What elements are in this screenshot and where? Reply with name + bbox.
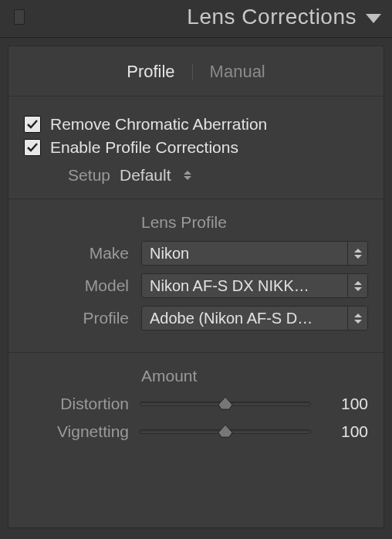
dropdown-profile[interactable]: Adobe (Nikon AF-S D… [141, 306, 368, 331]
dropdown-make[interactable]: Nikon [141, 241, 368, 266]
section-amount: Amount Distortion 100 Vignetting 100 [8, 353, 384, 527]
label-vignetting: Vignetting [24, 422, 129, 441]
row-vignetting: Vignetting 100 [24, 422, 368, 441]
dropdown-profile-value: Adobe (Nikon AF-S D… [150, 310, 360, 327]
tab-separator [192, 64, 193, 80]
setup-value[interactable]: Default [120, 166, 171, 185]
tabs: Profile Manual [8, 46, 384, 97]
heading-lens-profile: Lens Profile [141, 213, 368, 232]
check-icon [26, 118, 39, 131]
panel-toggle-swatch[interactable] [14, 9, 25, 25]
section-lens-profile: Lens Profile Make Nikon Model Nikon AF-S… [8, 199, 384, 353]
stepper-icon [347, 242, 367, 265]
row-enable-profile: Enable Profile Corrections [24, 138, 368, 157]
value-vignetting[interactable]: 100 [322, 422, 368, 441]
slider-thumb-icon [218, 396, 233, 410]
label-distortion: Distortion [24, 395, 129, 413]
row-make: Make Nikon [24, 241, 368, 266]
dropdown-make-value: Nikon [150, 245, 360, 263]
row-setup: Setup Default [55, 166, 368, 185]
dropdown-model[interactable]: Nikon AF-S DX NIKK… [141, 273, 368, 298]
panel-header: Lens Corrections [0, 0, 392, 38]
setup-stepper-icon[interactable] [184, 171, 191, 180]
label-enable-profile: Enable Profile Corrections [50, 138, 238, 157]
row-model: Model Nikon AF-S DX NIKK… [24, 273, 368, 298]
label-remove-ca: Remove Chromatic Aberration [50, 115, 267, 134]
label-profile: Profile [24, 309, 129, 327]
value-distortion[interactable]: 100 [322, 395, 368, 413]
heading-amount: Amount [141, 367, 368, 385]
row-profile: Profile Adobe (Nikon AF-S D… [24, 306, 368, 331]
panel-body: Profile Manual Remove Chromatic Aberrati… [8, 46, 384, 528]
checkbox-remove-ca[interactable] [24, 116, 41, 133]
slider-distortion[interactable] [140, 402, 311, 406]
stepper-icon [347, 274, 367, 297]
label-setup: Setup [55, 166, 110, 185]
label-model: Model [24, 276, 129, 295]
check-icon [26, 141, 39, 154]
panel-title: Lens Corrections [187, 5, 357, 29]
row-distortion: Distortion 100 [24, 395, 368, 413]
stepper-icon [347, 307, 367, 330]
row-remove-ca: Remove Chromatic Aberration [24, 115, 368, 134]
checkbox-enable-profile[interactable] [24, 139, 41, 156]
tab-profile[interactable]: Profile [127, 62, 174, 82]
disclosure-triangle-icon[interactable] [366, 14, 381, 23]
slider-thumb-icon [218, 424, 233, 438]
section-checks: Remove Chromatic Aberration Enable Profi… [8, 97, 384, 199]
dropdown-model-value: Nikon AF-S DX NIKK… [150, 277, 360, 295]
label-make: Make [24, 244, 129, 263]
slider-vignetting[interactable] [140, 429, 311, 434]
tab-manual[interactable]: Manual [210, 62, 265, 82]
